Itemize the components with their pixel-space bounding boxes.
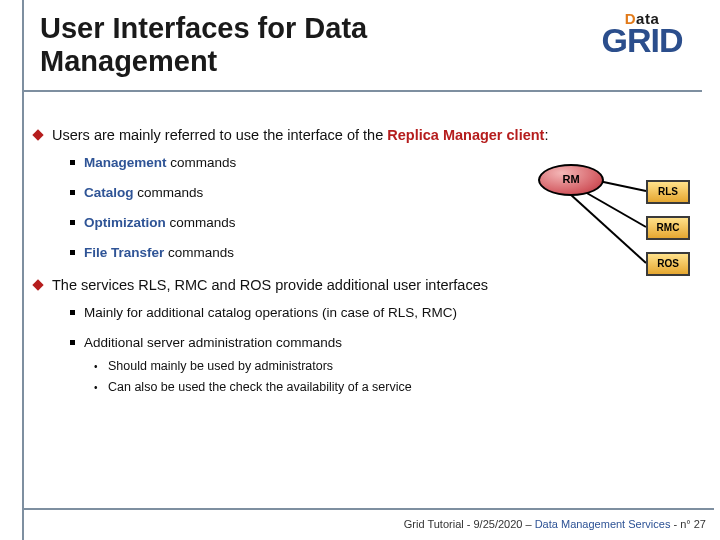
title-underline xyxy=(22,90,702,92)
footer-service: Data Management Services xyxy=(535,518,671,530)
sub-sub-item: • Can also be used the check the availab… xyxy=(94,379,670,396)
square-bullet-icon xyxy=(70,310,75,315)
sub-item: File Transfer commands xyxy=(70,244,510,262)
footer: Grid Tutorial - 9/25/2020 – Data Managem… xyxy=(404,518,706,530)
square-bullet-icon xyxy=(70,190,75,195)
dash-bullet-icon: • xyxy=(94,362,98,372)
footer-rule xyxy=(22,508,714,510)
square-bullet-icon xyxy=(70,340,75,345)
left-rule xyxy=(22,0,24,540)
footer-page: - n° 27 xyxy=(670,518,706,530)
footer-date: 9/25/2020 xyxy=(474,518,523,530)
bullet-replica-manager: Users are mainly referred to use the int… xyxy=(34,126,698,262)
sub-item: Catalog commands xyxy=(70,184,510,202)
bullet-additional-ui: The services RLS, RMC and ROS provide ad… xyxy=(34,276,698,396)
datagrid-logo: Data GRID xyxy=(582,10,702,57)
diamond-bullet-icon xyxy=(32,280,43,291)
diamond-bullet-icon xyxy=(32,129,43,140)
square-bullet-icon xyxy=(70,250,75,255)
dash-bullet-icon: • xyxy=(94,383,98,393)
sub-sub-item: • Should mainly be used by administrator… xyxy=(94,358,670,375)
logo-grid-word: GRID xyxy=(582,23,702,57)
sub-item: Management commands xyxy=(70,154,510,172)
bullet-em: Replica Manager client xyxy=(387,127,544,143)
bullet-text: The services RLS, RMC and ROS provide ad… xyxy=(52,277,488,293)
bullet-text: Users are mainly referred to use the int… xyxy=(52,127,387,143)
sub-item: Mainly for additional catalog operations… xyxy=(70,304,670,322)
square-bullet-icon xyxy=(70,160,75,165)
sub-item: Optimization commands xyxy=(70,214,510,232)
sub-item: Additional server administration command… xyxy=(70,334,670,396)
square-bullet-icon xyxy=(70,220,75,225)
page-title: User Interfaces for Data Management xyxy=(40,12,550,79)
footer-tutorial: Grid Tutorial xyxy=(404,518,464,530)
